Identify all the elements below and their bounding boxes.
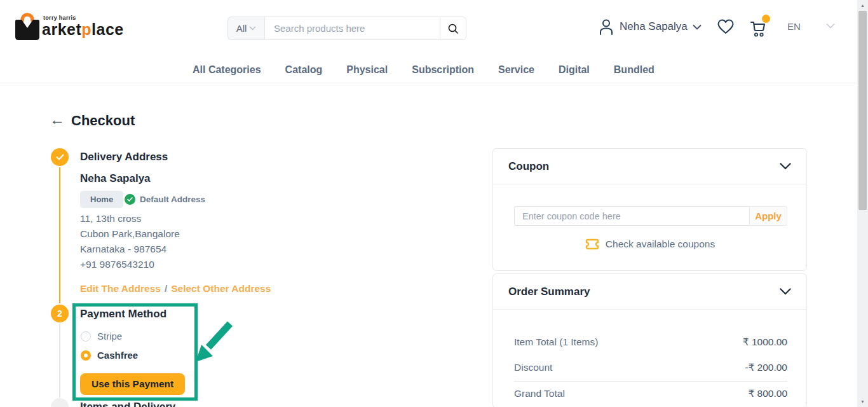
logo-wordmark-p: p (81, 20, 92, 38)
ticket-icon (585, 238, 600, 251)
user-icon (598, 18, 614, 36)
heart-icon (717, 18, 735, 35)
language-chevron-icon[interactable] (826, 23, 835, 29)
nav-catalog[interactable]: Catalog (285, 64, 323, 76)
radio-unselected-icon[interactable] (81, 331, 91, 341)
stripe-option-label: Stripe (97, 331, 122, 341)
address-line: +91 9876543210 (80, 257, 180, 272)
language-selector[interactable]: EN (787, 21, 801, 32)
coupon-title: Coupon (508, 160, 549, 173)
wishlist-button[interactable] (717, 18, 735, 35)
apply-coupon-button[interactable]: Apply (749, 206, 787, 226)
vertical-scrollbar[interactable]: ▲ ▼ (857, 0, 868, 407)
address-line: Cubon Park,Bangalore (80, 226, 180, 242)
discount-label: Discount (514, 362, 552, 373)
address-type-badge: Home (80, 191, 123, 208)
cart-button[interactable] (748, 19, 767, 38)
nav-digital[interactable]: Digital (559, 64, 590, 76)
marketplace-logo[interactable]: torry harris arketplace (13, 9, 108, 42)
logo-wordmark-part2: lace (92, 20, 124, 38)
header-divider (0, 83, 857, 83)
check-circle-icon (125, 194, 135, 205)
link-separator: / (161, 283, 171, 294)
nav-service[interactable]: Service (498, 64, 534, 76)
coupon-input-row: Apply (514, 206, 787, 226)
payment-option-stripe[interactable]: Stripe (81, 331, 122, 341)
user-account-menu[interactable]: Neha Sapalya (598, 18, 702, 36)
category-nav: All Categories Catalog Physical Subscrip… (193, 64, 654, 76)
use-this-payment-button[interactable]: Use this Payment (80, 373, 185, 395)
nav-bundled[interactable]: Bundled (614, 64, 654, 76)
edit-address-link[interactable]: Edit The Address (80, 283, 161, 294)
nav-physical[interactable]: Physical (346, 64, 388, 76)
chevron-down-icon[interactable] (780, 163, 791, 170)
step-connector-line (59, 167, 60, 303)
payment-method-title: Payment Method (80, 308, 166, 321)
grand-total-row: Grand Total ₹ 800.00 (514, 388, 787, 399)
step2-badge: 2 (51, 305, 69, 322)
nav-all-categories[interactable]: All Categories (193, 64, 261, 76)
annotation-arrow (193, 319, 235, 366)
cashfree-option-label: Cashfree (97, 350, 138, 361)
grand-total-label: Grand Total (514, 388, 565, 399)
check-icon (56, 154, 64, 160)
address-line: 11, 13th cross (80, 211, 180, 226)
top-header: torry harris arketplace All Neha Sapalya (0, 0, 857, 56)
check-available-coupons-link[interactable]: Check available coupons (493, 238, 806, 251)
scroll-up-arrow[interactable]: ▲ (857, 0, 868, 11)
order-summary-card: Order Summary Item Total (1 Items) ₹ 100… (492, 273, 807, 407)
item-total-label: Item Total (1 Items) (514, 336, 598, 348)
search-bar: All (227, 17, 466, 40)
coupon-card: Coupon Apply Check available coupons (492, 148, 807, 271)
search-category-dropdown[interactable]: All (227, 17, 264, 40)
summary-divider (514, 381, 787, 382)
scroll-down-arrow[interactable]: ▼ (857, 396, 868, 407)
delivery-customer-name: Neha Sapalya (80, 172, 151, 185)
chevron-down-icon[interactable] (780, 288, 791, 295)
search-input[interactable] (264, 17, 440, 40)
default-address-label: Default Address (140, 195, 205, 204)
items-delivery-title: Items and Delivery (80, 401, 175, 407)
chevron-down-icon (693, 24, 702, 30)
search-category-value: All (236, 23, 247, 34)
coupon-card-header[interactable]: Coupon (493, 149, 806, 184)
default-address-indicator: Default Address (125, 194, 205, 205)
delivery-address-title: Delivery Address (80, 151, 168, 163)
address-actions: Edit The Address/Select Other Address (80, 283, 271, 294)
user-name-label: Neha Sapalya (620, 20, 688, 33)
order-summary-header[interactable]: Order Summary (493, 274, 806, 310)
select-other-address-link[interactable]: Select Other Address (171, 283, 271, 294)
search-icon (447, 23, 459, 34)
step-connector-line (59, 324, 60, 397)
step1-completed-badge (51, 148, 69, 166)
item-total-row: Item Total (1 Items) ₹ 1000.00 (514, 336, 787, 348)
order-summary-title: Order Summary (508, 286, 590, 298)
address-line: Karnataka - 987654 (80, 242, 180, 257)
step2-number: 2 (57, 308, 62, 319)
scrollbar-thumb[interactable] (858, 11, 867, 210)
address-block: 11, 13th cross Cubon Park,Bangalore Karn… (80, 211, 180, 272)
back-arrow-icon[interactable]: ← (50, 112, 65, 127)
logo-wordmark-part: arket (42, 20, 81, 38)
shopping-bag-logo-icon (13, 10, 42, 42)
payment-option-cashfree[interactable]: Cashfree (81, 350, 138, 361)
chevron-down-icon (249, 26, 256, 31)
grand-total-value: ₹ 800.00 (748, 388, 787, 399)
cart-badge-dot (762, 15, 770, 23)
page-title: Checkout (71, 113, 135, 129)
step3-badge (51, 398, 69, 407)
discount-row: Discount -₹ 200.00 (514, 362, 787, 373)
nav-subscription[interactable]: Subscription (412, 64, 474, 76)
radio-selected-icon[interactable] (81, 350, 91, 361)
logo-wordmark: arketplace (42, 20, 124, 39)
check-coupons-label: Check available coupons (606, 238, 715, 250)
search-button[interactable] (440, 17, 466, 40)
item-total-value: ₹ 1000.00 (743, 336, 787, 348)
discount-value: -₹ 200.00 (745, 362, 787, 373)
coupon-code-input[interactable] (514, 206, 749, 226)
